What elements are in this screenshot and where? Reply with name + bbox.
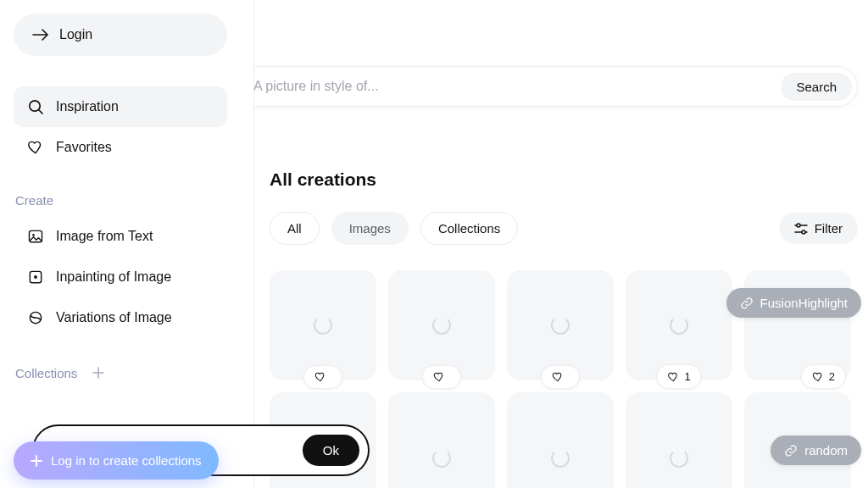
creation-card[interactable]: [270, 270, 376, 380]
sliders-icon: [794, 223, 808, 235]
tab-images[interactable]: Images: [331, 212, 409, 245]
svg-point-2: [32, 234, 35, 236]
nav-inspiration-label: Inspiration: [56, 99, 119, 114]
tag-random[interactable]: random: [771, 435, 861, 465]
like-button[interactable]: 2: [801, 364, 846, 389]
like-button[interactable]: [541, 365, 580, 389]
svg-point-6: [797, 224, 800, 227]
nav-inspiration[interactable]: Inspiration: [14, 86, 227, 127]
login-cta-label: Log in to create collections: [51, 453, 202, 468]
section-collections-label: Collections: [15, 366, 77, 380]
sidebar-nav: Inspiration Favorites: [14, 86, 240, 168]
tag-random-label: random: [804, 443, 848, 458]
svg-point-7: [802, 230, 805, 234]
spinner-icon: [432, 316, 451, 335]
section-collections: Collections: [15, 363, 240, 382]
cookie-toast-ok-button[interactable]: Ok: [303, 435, 359, 466]
filter-label: Filter: [815, 221, 843, 236]
search-input[interactable]: [254, 79, 781, 94]
inpaint-icon: [27, 269, 44, 286]
link-icon: [784, 444, 798, 458]
link-icon: [740, 297, 754, 310]
nav-inpainting[interactable]: Inpainting of Image: [14, 257, 227, 297]
spinner-icon: [551, 316, 570, 335]
tab-collections[interactable]: Collections: [420, 212, 518, 245]
section-create-label: Create: [15, 193, 240, 208]
sidebar: Login Inspiration Favorites Create Image…: [0, 0, 254, 488]
nav-favorites-label: Favorites: [56, 140, 112, 155]
svg-rect-1: [30, 230, 42, 241]
plus-icon: [31, 455, 42, 467]
nav-variations-label: Variations of Image: [56, 310, 172, 325]
tag-fusion-highlight[interactable]: FusionHighlight: [726, 288, 861, 318]
creation-card[interactable]: [626, 392, 732, 488]
nav-favorites[interactable]: Favorites: [14, 127, 227, 168]
nav-image-from-text-label: Image from Text: [56, 229, 153, 244]
like-count: 1: [684, 370, 690, 383]
main: Search All creations All Images Collecti…: [254, 0, 868, 488]
add-collection-button[interactable]: [89, 363, 108, 382]
spinner-icon: [432, 449, 451, 468]
tag-fusion-label: FusionHighlight: [760, 296, 848, 310]
search-bar: Search: [254, 66, 858, 107]
nav-variations[interactable]: Variations of Image: [14, 297, 227, 338]
creation-card[interactable]: [388, 392, 495, 488]
filter-button[interactable]: Filter: [779, 213, 858, 244]
login-button[interactable]: Login: [14, 14, 227, 56]
like-button[interactable]: [303, 365, 342, 389]
tab-all[interactable]: All: [270, 212, 320, 245]
heart-icon: [27, 139, 44, 156]
nav-image-from-text[interactable]: Image from Text: [14, 216, 227, 257]
search-button[interactable]: Search: [781, 73, 852, 101]
creation-card[interactable]: 1: [626, 270, 732, 380]
spinner-icon: [551, 449, 570, 468]
like-button[interactable]: [422, 365, 461, 389]
spinner-icon: [670, 449, 688, 468]
variations-icon: [27, 309, 44, 326]
svg-point-0: [30, 101, 40, 111]
like-count: 2: [829, 370, 835, 383]
tabs-row: All Images Collections Filter: [270, 212, 858, 245]
search-icon: [27, 98, 44, 115]
login-cta-button[interactable]: Log in to create collections: [14, 441, 219, 480]
creation-card[interactable]: [388, 270, 495, 380]
nav-inpainting-label: Inpainting of Image: [56, 269, 171, 285]
svg-point-4: [34, 275, 37, 279]
arrow-right-icon: [32, 29, 49, 41]
login-label: Login: [59, 27, 92, 42]
creation-card[interactable]: 2: [744, 270, 851, 380]
image-icon: [27, 228, 44, 245]
page-title: All creations: [270, 169, 858, 190]
creation-card[interactable]: [507, 392, 614, 488]
creation-card[interactable]: [507, 270, 614, 380]
spinner-icon: [670, 316, 688, 335]
spinner-icon: [314, 316, 332, 335]
like-button[interactable]: 1: [656, 364, 701, 389]
